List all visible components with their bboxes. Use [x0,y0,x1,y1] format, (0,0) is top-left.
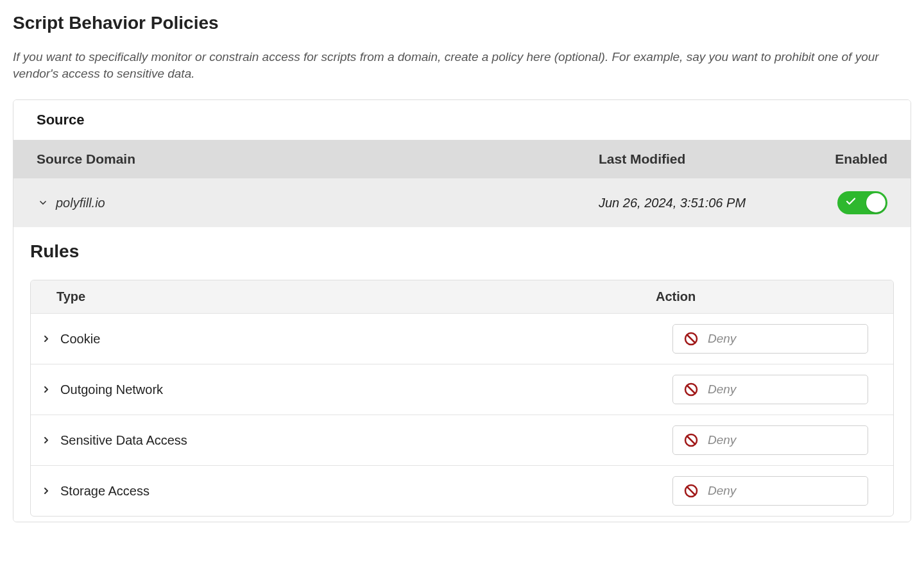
rule-type-label: Cookie [60,332,100,346]
rule-row: Cookie Deny [31,314,893,364]
rule-action-label: Deny [708,433,736,447]
chevron-down-icon [37,196,49,209]
rule-type-label: Storage Access [60,484,150,499]
chevron-right-icon [40,484,53,497]
header-last-modified: Last Modified [599,151,791,167]
page-description: If you want to specifically monitor or c… [13,49,886,81]
header-source-domain: Source Domain [37,151,599,167]
deny-icon [683,483,699,499]
check-icon [845,196,857,210]
header-action: Action [656,289,868,304]
page-title: Script Behavior Policies [13,13,911,33]
rule-row: Sensitive Data Access Deny [31,415,893,466]
rule-type-expander[interactable]: Sensitive Data Access [40,433,672,448]
deny-icon [683,331,699,346]
source-row-expander[interactable]: polyfill.io [37,196,599,210]
source-section-label: Source [13,100,911,140]
chevron-right-icon [40,434,53,447]
enabled-toggle[interactable] [837,191,887,214]
source-row: polyfill.io Jun 26, 2024, 3:51:06 PM [13,178,911,227]
svg-line-3 [687,386,695,393]
svg-line-7 [687,487,695,495]
rule-type-expander[interactable]: Cookie [40,332,672,346]
rule-action-select[interactable]: Deny [672,425,868,455]
rule-action-label: Deny [708,332,736,346]
rule-action-select[interactable]: Deny [672,476,868,506]
rules-table: Type Action Cookie Deny [30,280,894,517]
rule-action-select[interactable]: Deny [672,375,868,404]
rule-type-label: Outgoing Network [60,382,163,397]
rules-table-header: Type Action [31,280,893,314]
policies-panel: Source Source Domain Last Modified Enabl… [13,99,911,522]
source-last-modified: Jun 26, 2024, 3:51:06 PM [599,196,791,210]
header-type: Type [56,289,656,304]
rules-section: Rules Type Action Cookie [13,227,911,522]
deny-icon [683,432,699,448]
rule-type-expander[interactable]: Storage Access [40,484,672,499]
source-table-header: Source Domain Last Modified Enabled [13,140,911,178]
rule-type-label: Sensitive Data Access [60,433,187,448]
svg-line-5 [687,436,695,444]
source-domain-value: polyfill.io [56,196,105,210]
deny-icon [683,382,699,397]
svg-line-1 [687,335,695,343]
rules-title: Rules [30,241,894,262]
toggle-knob [866,193,886,212]
chevron-right-icon [40,383,53,396]
rule-row: Storage Access Deny [31,466,893,516]
rule-action-label: Deny [708,484,736,498]
rule-action-label: Deny [708,382,736,397]
chevron-right-icon [40,332,53,345]
rule-action-select[interactable]: Deny [672,324,868,354]
rule-row: Outgoing Network Deny [31,364,893,415]
rule-type-expander[interactable]: Outgoing Network [40,382,672,397]
header-enabled: Enabled [791,151,887,167]
